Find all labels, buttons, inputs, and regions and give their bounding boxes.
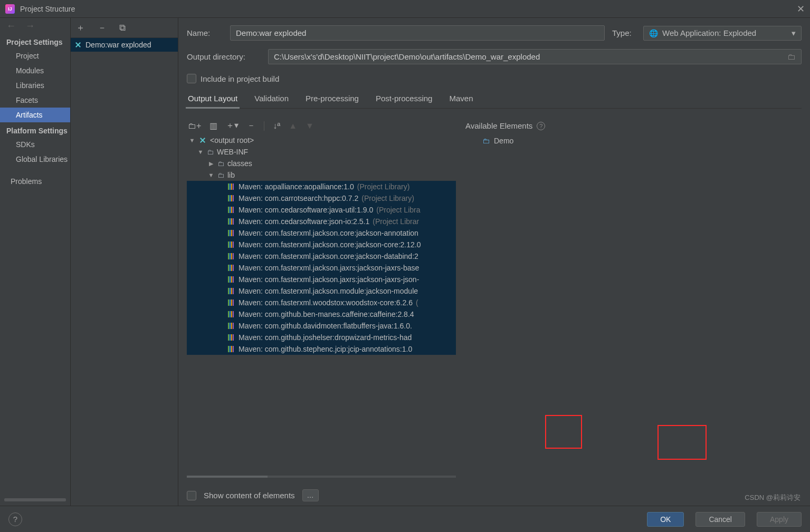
tree-lib-item[interactable]: ▶Maven: com.fasterxml.jackson.jaxrs:jack…	[187, 274, 456, 285]
show-content-checkbox[interactable]	[187, 491, 196, 500]
sidebar-item-libraries[interactable]: Libraries	[0, 78, 70, 93]
tree-lib-item[interactable]: ▶Maven: com.carrotsearch:hppc:0.7.2 (Pro…	[187, 192, 456, 204]
tree-lib-item[interactable]: ▶Maven: com.github.ben-manes.caffeine:ca…	[187, 308, 456, 320]
lib-label: Maven: com.github.stephenc.jcip:jcip-ann…	[239, 345, 412, 353]
tree-lib-item[interactable]: ▶Maven: com.github.stephenc.jcip:jcip-an…	[187, 343, 456, 355]
folder-icon: 🗀	[217, 171, 224, 179]
tree-scrollbar[interactable]	[187, 476, 456, 478]
sidebar-splitter[interactable]	[4, 498, 66, 501]
globe-icon: 🌐	[649, 29, 658, 37]
include-checkbox[interactable]	[187, 74, 196, 83]
folder-icon: 🗀	[217, 160, 224, 168]
tree-webinf: WEB-INF	[217, 148, 248, 156]
copy-icon[interactable]: ⧉	[119, 23, 126, 33]
include-label: Include in project build	[201, 74, 279, 83]
down-icon[interactable]: ▼	[306, 121, 314, 131]
name-field[interactable]	[230, 25, 605, 41]
library-icon	[228, 288, 235, 294]
remove-item-icon[interactable]: －	[247, 120, 255, 131]
context-help-icon[interactable]: ?	[8, 512, 22, 526]
library-icon	[228, 218, 235, 225]
library-icon	[228, 207, 235, 213]
sidebar-item-facets[interactable]: Facets	[0, 93, 70, 108]
tree-lib-item[interactable]: ▶Maven: com.fasterxml.jackson.core:jacks…	[187, 239, 456, 250]
tree-lib-item[interactable]: ▶Maven: com.cedarsoftware:java-util:1.9.…	[187, 204, 456, 216]
library-icon	[228, 241, 235, 248]
ok-button[interactable]: OK	[647, 512, 684, 527]
artifact-item[interactable]: Demo:war exploded	[71, 38, 178, 52]
library-icon	[228, 230, 235, 236]
browse-folder-icon[interactable]: 🗀	[782, 52, 801, 62]
tab-output-layout[interactable]: Output Layout	[187, 92, 239, 108]
artifact-toolbar: ＋ － ⧉	[71, 18, 178, 38]
section-project-settings: Project Settings	[0, 34, 70, 49]
lib-tag: (Project Library)	[361, 194, 414, 202]
tree-lib-item[interactable]: ▶Maven: com.github.joshelser:dropwizard-…	[187, 332, 456, 343]
add-copy-icon[interactable]: ＋▾	[226, 120, 239, 131]
library-icon	[228, 299, 235, 306]
tab-post-processing[interactable]: Post-processing	[375, 92, 434, 108]
sidebar-item-sdks[interactable]: SDKs	[0, 137, 70, 152]
library-icon	[228, 253, 235, 259]
sidebar-item-artifacts[interactable]: Artifacts	[0, 108, 70, 122]
library-icon	[228, 195, 235, 201]
lib-label: Maven: com.cedarsoftware:json-io:2.5.1	[239, 217, 369, 226]
output-tree[interactable]: ▼ <output root> ▼ 🗀 WEB-INF ▶ 🗀 classes	[187, 134, 456, 475]
back-icon[interactable]: ←	[6, 21, 16, 32]
new-archive-icon[interactable]: ▥	[209, 121, 217, 131]
lib-label: Maven: com.fasterxml.jackson.core:jackso…	[239, 252, 418, 260]
tree-lib-item[interactable]: ▶Maven: com.fasterxml.jackson.module:jac…	[187, 285, 456, 297]
lib-tag: (Project Library)	[357, 182, 410, 191]
sort-icon[interactable]: ↓ª	[273, 121, 280, 131]
help-icon[interactable]: ?	[537, 122, 545, 130]
apply-button[interactable]: Apply	[757, 512, 802, 527]
outdir-field[interactable]	[269, 50, 782, 64]
lib-label: Maven: com.github.joshelser:dropwizard-m…	[239, 333, 412, 342]
sidebar-item-project[interactable]: Project	[0, 49, 70, 63]
sidebar-item-modules[interactable]: Modules	[0, 63, 70, 78]
artifact-tabs: Output Layout Validation Pre-processing …	[187, 92, 802, 109]
close-icon[interactable]: ✕	[797, 3, 805, 15]
forward-icon[interactable]: →	[25, 21, 35, 32]
tree-lib-item[interactable]: ▶Maven: com.fasterxml.jackson.core:jacks…	[187, 227, 456, 239]
artifact-icon	[198, 136, 207, 144]
titlebar: IJ Project Structure ✕	[0, 0, 810, 18]
add-icon[interactable]: ＋	[76, 22, 85, 34]
lib-tag: (	[416, 298, 418, 307]
library-icon	[228, 276, 235, 283]
tab-validation[interactable]: Validation	[253, 92, 290, 108]
sidebar-item-global-libraries[interactable]: Global Libraries	[0, 152, 70, 167]
tab-maven[interactable]: Maven	[448, 92, 474, 108]
tree-lib-item[interactable]: ▶Maven: com.fasterxml.jackson.core:jacks…	[187, 250, 456, 262]
tree-lib-item[interactable]: ▶Maven: aopalliance:aopalliance:1.0 (Pro…	[187, 181, 456, 192]
cancel-button[interactable]: Cancel	[695, 512, 745, 527]
tab-pre-processing[interactable]: Pre-processing	[304, 92, 360, 108]
tree-lib-item[interactable]: ▶Maven: com.cedarsoftware:json-io:2.5.1 …	[187, 216, 456, 227]
tree-classes: classes	[227, 159, 252, 168]
artifact-icon	[74, 41, 82, 49]
lib-label: Maven: com.fasterxml.jackson.core:jackso…	[239, 240, 421, 249]
name-label: Name:	[187, 28, 223, 37]
library-icon	[228, 334, 235, 341]
sidebar-item-problems[interactable]: Problems	[0, 174, 70, 189]
lib-label: Maven: com.fasterxml.jackson.module:jack…	[239, 287, 418, 295]
tree-root: <output root>	[210, 136, 254, 144]
library-icon	[228, 311, 235, 317]
new-folder-icon[interactable]: 🗀+	[188, 121, 201, 131]
available-item-label: Demo	[494, 137, 513, 145]
lib-label: Maven: com.fasterxml.jackson.jaxrs:jacks…	[239, 264, 419, 272]
remove-icon[interactable]: －	[98, 22, 107, 34]
ellipsis-button[interactable]: …	[302, 489, 319, 501]
artifact-item-label: Demo:war exploded	[85, 41, 151, 49]
tree-lib-item[interactable]: ▶Maven: com.fasterxml.jackson.jaxrs:jack…	[187, 262, 456, 274]
type-select[interactable]: 🌐 Web Application: Exploded ▾	[643, 26, 802, 41]
available-item[interactable]: 🗀 Demo	[463, 134, 802, 147]
tree-lib-item[interactable]: ▶Maven: com.fasterxml.woodstox:woodstox-…	[187, 297, 456, 308]
tree-lib-item[interactable]: ▶Maven: com.github.davidmoten:flatbuffer…	[187, 320, 456, 332]
up-icon[interactable]: ▲	[289, 121, 297, 131]
type-label: Type:	[612, 28, 636, 37]
lib-label: Maven: com.fasterxml.jackson.core:jackso…	[239, 229, 418, 237]
library-icon	[228, 265, 235, 271]
tree-lib: lib	[227, 171, 235, 179]
lib-label: Maven: com.cedarsoftware:java-util:1.9.0	[239, 206, 373, 214]
